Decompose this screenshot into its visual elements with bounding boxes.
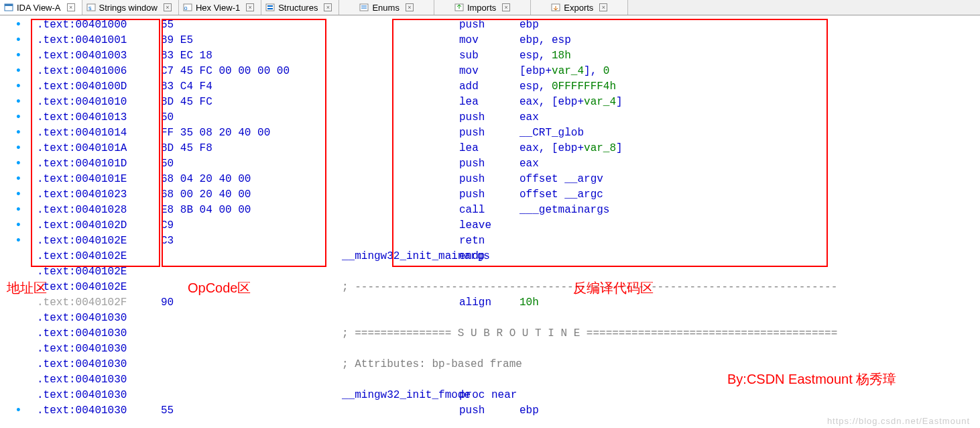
tab-strings-window[interactable]: sStrings window×	[82, 0, 179, 15]
breakpoint-gutter[interactable]: •	[0, 141, 37, 156]
breakpoint-gutter[interactable]	[0, 388, 37, 403]
code-line[interactable]: •.text:00401028E8 8B 04 00 00call___getm…	[0, 203, 980, 218]
address: .text:00401028	[37, 203, 161, 218]
breakpoint-gutter[interactable]	[0, 357, 37, 372]
hex-icon: 0	[183, 3, 192, 12]
opcode-bytes: 83 EC 18	[161, 48, 342, 64]
opcode-bytes	[161, 249, 342, 264]
close-icon[interactable]: ×	[599, 3, 607, 11]
tab-structures[interactable]: Structures×	[261, 0, 339, 15]
opcode-bytes	[161, 372, 342, 388]
close-icon[interactable]: ×	[324, 3, 332, 11]
mnemonic: push	[459, 172, 519, 187]
breakpoint-gutter[interactable]	[0, 264, 37, 280]
breakpoint-gutter[interactable]: •	[0, 233, 37, 249]
code-line[interactable]: .text:0040102E; ------------------------…	[0, 280, 980, 295]
address: .text:0040101E	[37, 172, 161, 187]
breakpoint-gutter[interactable]: •	[0, 125, 37, 141]
address: .text:0040102E	[37, 280, 161, 295]
code-line[interactable]: •.text:0040101350pusheax	[0, 110, 980, 125]
address: .text:00401030	[37, 403, 161, 419]
breakpoint-gutter[interactable]	[0, 326, 37, 341]
code-line[interactable]: •.text:004010108D 45 FCleaeax, [ebp+var_…	[0, 95, 980, 110]
label-opcode: OpCode区	[188, 279, 251, 297]
close-icon[interactable]: ×	[502, 3, 510, 11]
code-line[interactable]: .text:0040102F90align10h	[0, 295, 980, 311]
code-line[interactable]: •.text:0040102368 00 20 40 00pushoffset …	[0, 187, 980, 203]
breakpoint-gutter[interactable]: •	[0, 79, 37, 95]
address: .text:00401013	[37, 110, 161, 125]
close-icon[interactable]: ×	[406, 3, 414, 11]
breakpoint-gutter[interactable]: •	[0, 48, 37, 64]
breakpoint-gutter[interactable]: •	[0, 110, 37, 125]
opcode-bytes: C9	[161, 218, 342, 233]
disassembly-view[interactable]: •.text:0040100055pushebp; ___gnu_compile…	[0, 15, 980, 419]
strings-icon: s	[86, 3, 96, 12]
breakpoint-gutter[interactable]: •	[0, 156, 37, 172]
breakpoint-gutter[interactable]: •	[0, 95, 37, 110]
operands: eax	[519, 110, 980, 125]
close-icon[interactable]: ×	[164, 3, 172, 11]
code-line[interactable]: .text:00401030; =============== S U B R …	[0, 326, 980, 341]
address: .text:0040101D	[37, 156, 161, 172]
code-line[interactable]: •.text:0040102EC3retn	[0, 233, 980, 249]
operands: __CRT_glob	[519, 125, 980, 141]
operands: [ebp+var_4], 0	[519, 64, 980, 79]
code-line[interactable]: .text:0040102E	[0, 264, 980, 280]
opcode-bytes	[161, 341, 342, 357]
breakpoint-gutter[interactable]: •	[0, 172, 37, 187]
address: .text:00401010	[37, 95, 161, 110]
opcode-bytes: FF 35 08 20 40 00	[161, 125, 342, 141]
breakpoint-gutter[interactable]: •	[0, 64, 37, 79]
tab-label: Hex View-1	[196, 3, 240, 13]
code-line[interactable]: •.text:00401014FF 35 08 20 40 00push__CR…	[0, 125, 980, 141]
breakpoint-gutter[interactable]: •	[0, 203, 37, 218]
code-line[interactable]: •.text:0040101D50pusheax	[0, 156, 980, 172]
address: .text:0040101A	[37, 141, 161, 156]
operands: eax, [ebp+var_4]	[519, 95, 980, 110]
operands: esp, 18h	[519, 48, 980, 64]
code-line[interactable]: •.text:0040101E68 04 20 40 00pushoffset …	[0, 172, 980, 187]
tab-exports[interactable]: Exports×	[531, 0, 628, 15]
tab-enums[interactable]: Enums×	[339, 0, 434, 15]
code-line[interactable]: .text:0040102E__mingw32_init_mainargs en…	[0, 249, 980, 264]
code-line[interactable]: •.text:0040100189 E5movebp, esp	[0, 33, 980, 48]
breakpoint-gutter[interactable]: •	[0, 403, 37, 419]
mnemonic: mov	[459, 33, 519, 48]
operands	[519, 249, 980, 264]
operands: ebp, esp	[519, 33, 980, 48]
breakpoint-gutter[interactable]: •	[0, 218, 37, 233]
close-icon[interactable]: ×	[246, 3, 254, 11]
opcode-bytes: 8D 45 F8	[161, 141, 342, 156]
breakpoint-gutter[interactable]: •	[0, 17, 37, 33]
code-line[interactable]: •.text:0040102DC9leave	[0, 218, 980, 233]
breakpoint-gutter[interactable]	[0, 249, 37, 264]
breakpoint-gutter[interactable]	[0, 341, 37, 357]
code-line[interactable]: •.text:0040101A8D 45 F8leaeax, [ebp+var_…	[0, 141, 980, 156]
tab-hex-view-1[interactable]: 0Hex View-1×	[179, 0, 261, 15]
breakpoint-gutter[interactable]	[0, 295, 37, 311]
close-icon[interactable]: ×	[67, 3, 75, 11]
tab-imports[interactable]: Imports×	[434, 0, 531, 15]
code-line[interactable]: •.text:00401006C7 45 FC 00 00 00 00mov[e…	[0, 64, 980, 79]
struct-icon	[265, 3, 275, 12]
code-line[interactable]: .text:00401030	[0, 341, 980, 357]
mnemonic	[459, 341, 519, 357]
code-line[interactable]: .text:00401030	[0, 311, 980, 326]
operands	[519, 341, 980, 357]
breakpoint-gutter[interactable]: •	[0, 187, 37, 203]
code-line[interactable]: .text:00401030__mingw32_init_fmode proc …	[0, 388, 980, 403]
code-line[interactable]: •.text:0040100D83 C4 F4addesp, 0FFFFFFF4…	[0, 79, 980, 95]
tab-ida-view-a[interactable]: IDA View-A×	[0, 0, 82, 15]
label-address: 地址区	[7, 279, 47, 297]
opcode-bytes: 8D 45 FC	[161, 95, 342, 110]
code-line[interactable]: •.text:0040100055pushebp; ___gnu_compile…	[0, 17, 980, 33]
breakpoint-gutter[interactable]	[0, 372, 37, 388]
address: .text:00401014	[37, 125, 161, 141]
code-line[interactable]: •.text:0040100383 EC 18subesp, 18h	[0, 48, 980, 64]
opcode-bytes: 89 E5	[161, 33, 342, 48]
breakpoint-gutter[interactable]	[0, 311, 37, 326]
breakpoint-gutter[interactable]: •	[0, 33, 37, 48]
opcode-bytes: 90	[161, 295, 342, 311]
opcode-bytes: 68 00 20 40 00	[161, 187, 342, 203]
